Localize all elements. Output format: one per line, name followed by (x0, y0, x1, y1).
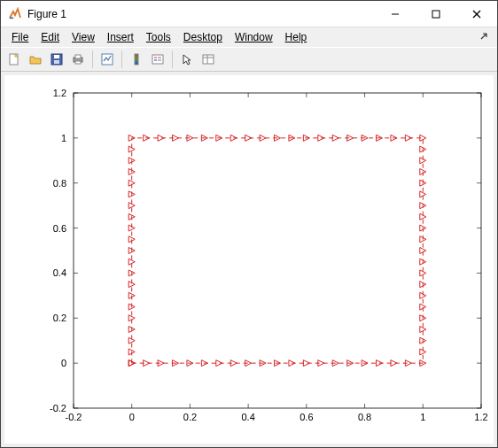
svg-text:0: 0 (129, 412, 135, 422)
insert-legend-button[interactable] (148, 50, 167, 69)
open-file-button[interactable] (26, 50, 45, 69)
new-figure-button[interactable] (4, 50, 24, 69)
svg-rect-19 (203, 55, 214, 64)
menu-edit[interactable]: Edit (35, 29, 65, 45)
menu-insert[interactable]: Insert (102, 29, 139, 45)
edit-plot-cursor-button[interactable] (177, 50, 197, 69)
menu-window[interactable]: Window (230, 29, 278, 45)
svg-text:0.6: 0.6 (300, 412, 313, 422)
svg-rect-11 (75, 61, 81, 64)
svg-rect-13 (135, 54, 138, 65)
svg-text:-0.2: -0.2 (66, 412, 82, 422)
print-figure-button[interactable] (68, 50, 88, 69)
axes[interactable]: -0.200.20.40.60.811.2-0.200.20.40.60.811… (4, 75, 494, 444)
close-button[interactable] (456, 1, 497, 27)
figure-window: Figure 1 File Edit View Insert Tools Des… (0, 0, 498, 448)
svg-rect-14 (152, 55, 163, 64)
toolbar-sep-1 (92, 50, 93, 68)
save-figure-button[interactable] (47, 50, 66, 69)
svg-rect-10 (75, 55, 81, 58)
titlebar: Figure 1 (1, 1, 497, 27)
svg-text:0.2: 0.2 (183, 412, 197, 422)
plot-canvas-wrap: -0.200.20.40.60.811.2-0.200.20.40.60.811… (1, 72, 497, 447)
menu-tools[interactable]: Tools (141, 29, 176, 45)
svg-rect-8 (54, 60, 59, 64)
plot-canvas[interactable]: -0.200.20.40.60.811.2-0.200.20.40.60.811… (4, 75, 494, 444)
svg-text:0.4: 0.4 (53, 267, 66, 278)
toolbar-sep-2 (121, 50, 122, 68)
svg-text:1.2: 1.2 (474, 412, 487, 422)
minimize-button[interactable] (375, 1, 416, 27)
menu-view[interactable]: View (66, 29, 100, 45)
svg-text:0: 0 (61, 358, 66, 368)
svg-rect-7 (54, 55, 59, 58)
menu-file[interactable]: File (6, 29, 34, 45)
menu-help[interactable]: Help (280, 29, 313, 45)
svg-text:0.4: 0.4 (241, 412, 254, 422)
svg-text:0.8: 0.8 (358, 412, 371, 422)
toolbar-sep-3 (172, 50, 173, 68)
menu-desktop[interactable]: Desktop (178, 29, 228, 45)
svg-text:1.2: 1.2 (53, 88, 66, 98)
svg-text:1: 1 (61, 133, 66, 143)
matlab-icon (8, 7, 22, 21)
window-title: Figure 1 (27, 8, 375, 20)
svg-text:-0.2: -0.2 (50, 403, 66, 413)
svg-text:0.6: 0.6 (53, 223, 66, 234)
svg-rect-1 (432, 11, 440, 18)
maximize-button[interactable] (416, 1, 456, 27)
svg-text:1: 1 (420, 412, 425, 422)
property-inspector-button[interactable] (198, 50, 218, 69)
svg-text:0.2: 0.2 (53, 313, 66, 323)
toolbar (1, 47, 497, 72)
svg-text:0.8: 0.8 (53, 178, 66, 189)
link-plot-button[interactable] (97, 50, 117, 69)
dock-icon[interactable] (479, 30, 492, 42)
menubar: File Edit View Insert Tools Desktop Wind… (1, 27, 497, 47)
insert-colorbar-button[interactable] (127, 50, 146, 69)
